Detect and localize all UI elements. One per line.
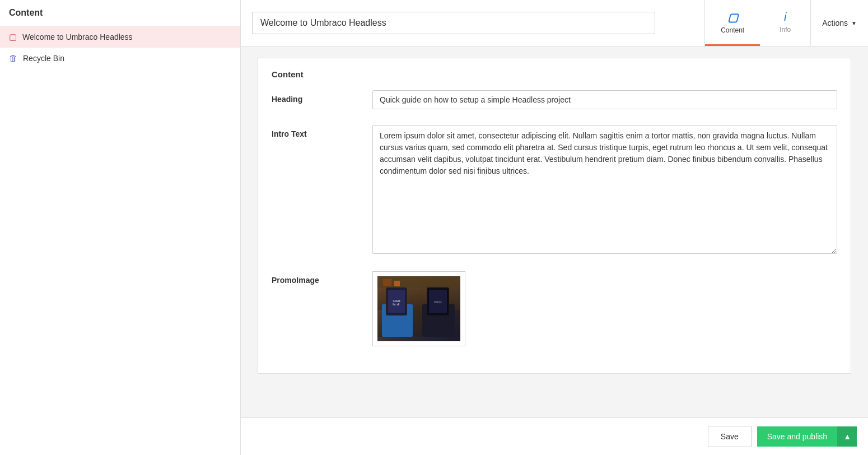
heading-label: Heading bbox=[272, 90, 361, 109]
intro-text-control: Lorem ipsum dolor sit amet, consectetur … bbox=[372, 125, 837, 256]
intro-text-field-row: Intro Text Lorem ipsum dolor sit amet, c… bbox=[272, 125, 837, 256]
sidebar: Content ▢ Welcome to Umbraco Headless 🗑 … bbox=[0, 0, 241, 455]
save-publish-dropdown-button[interactable]: ▲ bbox=[837, 426, 857, 447]
content-tab-icon: ▢ bbox=[727, 11, 738, 24]
tab-info-label: Info bbox=[780, 26, 791, 34]
tab-info[interactable]: i Info bbox=[760, 0, 810, 46]
actions-menu[interactable]: Actions ▼ bbox=[810, 0, 868, 46]
content-area: Content Heading Intro Text Lorem ipsum d… bbox=[241, 47, 868, 417]
footer: Save Save and publish ▲ bbox=[241, 417, 868, 455]
promo-image-container[interactable]: Cloud for all. bbox=[372, 271, 465, 346]
content-section: Content Heading Intro Text Lorem ipsum d… bbox=[258, 58, 851, 374]
tab-content-label: Content bbox=[721, 26, 744, 34]
save-button[interactable]: Save bbox=[708, 426, 752, 447]
tab-content[interactable]: ▢ Content bbox=[705, 0, 760, 46]
svg-text:for all.: for all. bbox=[393, 303, 400, 306]
chevron-up-icon: ▲ bbox=[843, 432, 851, 441]
trash-icon: 🗑 bbox=[9, 53, 17, 63]
intro-text-label: Intro Text bbox=[272, 125, 361, 256]
svg-text:trifnoc: trifnoc bbox=[434, 300, 442, 304]
main-area: ▢ Content i Info Actions ▼ Content Hea bbox=[241, 0, 868, 455]
save-and-publish-button[interactable]: Save and publish bbox=[757, 426, 837, 447]
promo-image-control: Cloud for all. bbox=[372, 271, 837, 346]
sidebar-item-welcome[interactable]: ▢ Welcome to Umbraco Headless bbox=[0, 26, 240, 48]
heading-field-row: Heading bbox=[272, 90, 837, 109]
section-title: Content bbox=[272, 69, 837, 79]
chevron-down-icon: ▼ bbox=[851, 20, 857, 26]
save-publish-group: Save and publish ▲ bbox=[757, 426, 857, 447]
sidebar-item-label: Welcome to Umbraco Headless bbox=[22, 32, 133, 41]
promo-image: Cloud for all. bbox=[377, 276, 460, 341]
sidebar-item-recycle-bin[interactable]: 🗑 Recycle Bin bbox=[0, 48, 240, 68]
svg-rect-16 bbox=[394, 281, 400, 286]
topbar: ▢ Content i Info Actions ▼ bbox=[241, 0, 868, 47]
info-tab-icon: i bbox=[784, 11, 786, 24]
topbar-tabs: ▢ Content i Info Actions ▼ bbox=[704, 0, 868, 46]
intro-text-input[interactable]: Lorem ipsum dolor sit amet, consectetur … bbox=[372, 125, 837, 254]
actions-label: Actions bbox=[822, 18, 848, 27]
promo-image-label: PromoImage bbox=[272, 271, 361, 346]
sidebar-header: Content bbox=[0, 0, 240, 26]
heading-input[interactable] bbox=[372, 90, 837, 109]
document-icon: ▢ bbox=[9, 32, 17, 42]
promo-image-field-row: PromoImage bbox=[272, 271, 837, 346]
heading-control bbox=[372, 90, 837, 109]
svg-rect-15 bbox=[383, 279, 391, 286]
sidebar-item-label: Recycle Bin bbox=[23, 54, 64, 63]
topbar-title-area bbox=[241, 12, 704, 34]
page-title-input[interactable] bbox=[252, 12, 655, 34]
